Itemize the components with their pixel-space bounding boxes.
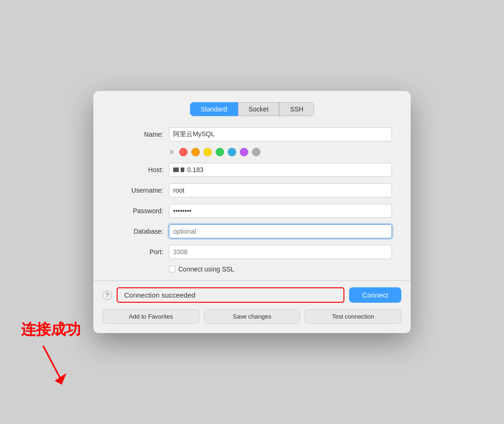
color-dot-blue[interactable] <box>228 148 236 156</box>
database-label: Database: <box>112 228 163 235</box>
add-to-favorites-button[interactable]: Add to Favorites <box>103 309 199 324</box>
test-connection-button[interactable]: Test connection <box>305 309 401 324</box>
color-clear-icon[interactable]: ✕ <box>169 148 175 156</box>
status-bar: ? Connection succeeded Connect <box>93 281 411 309</box>
annotation-chinese-text: 连接成功 <box>21 320 81 340</box>
host-icon-1 <box>173 167 179 172</box>
password-row: Password: <box>112 204 392 218</box>
svg-line-0 <box>43 346 60 379</box>
color-dot-gray[interactable] <box>252 148 260 156</box>
tab-socket[interactable]: Socket <box>238 102 280 116</box>
database-input[interactable] <box>169 224 392 238</box>
port-input[interactable] <box>169 245 392 259</box>
annotation-arrow <box>32 342 70 390</box>
name-label: Name: <box>112 131 163 138</box>
tab-standard[interactable]: Standard <box>190 102 238 116</box>
database-row: Database: <box>112 224 392 238</box>
ssl-label: Connect using SSL <box>178 265 234 273</box>
ssl-checkbox[interactable] <box>169 266 175 272</box>
color-dot-yellow[interactable] <box>203 148 212 156</box>
host-label: Host: <box>112 166 163 174</box>
ssl-row: Connect using SSL <box>169 265 392 273</box>
username-input[interactable] <box>169 183 392 197</box>
password-label: Password: <box>112 207 163 215</box>
annotation-overlay: 连接成功 <box>21 320 81 390</box>
help-button[interactable]: ? <box>103 291 112 300</box>
name-row: Name: <box>112 127 392 141</box>
form-area: Name: ✕ Host: 0.183 <box>93 127 411 273</box>
color-swatch-row: ✕ <box>169 148 392 156</box>
save-changes-button[interactable]: Save changes <box>204 309 301 324</box>
connect-button[interactable]: Connect <box>349 287 401 303</box>
username-label: Username: <box>112 187 163 194</box>
bottom-bar: Add to Favorites Save changes Test conne… <box>93 309 411 333</box>
color-dot-green[interactable] <box>216 148 224 156</box>
tab-ssh[interactable]: SSH <box>279 102 314 116</box>
color-dot-orange[interactable] <box>191 148 200 156</box>
username-row: Username: <box>112 183 392 197</box>
color-dot-purple[interactable] <box>240 148 248 156</box>
name-input[interactable] <box>169 127 392 141</box>
host-input[interactable]: 0.183 <box>169 163 392 177</box>
port-row: Port: <box>112 245 392 259</box>
tab-bar: Standard Socket SSH <box>93 102 411 116</box>
connection-dialog: Standard Socket SSH Name: ✕ <box>93 91 411 333</box>
host-value: 0.183 <box>187 166 203 174</box>
svg-marker-1 <box>55 373 66 385</box>
port-label: Port: <box>112 248 163 256</box>
host-row: Host: 0.183 <box>112 163 392 177</box>
connection-status: Connection succeeded <box>117 287 344 303</box>
host-icon-2 <box>181 167 184 172</box>
password-input[interactable] <box>169 204 392 218</box>
color-dot-red[interactable] <box>179 148 188 156</box>
